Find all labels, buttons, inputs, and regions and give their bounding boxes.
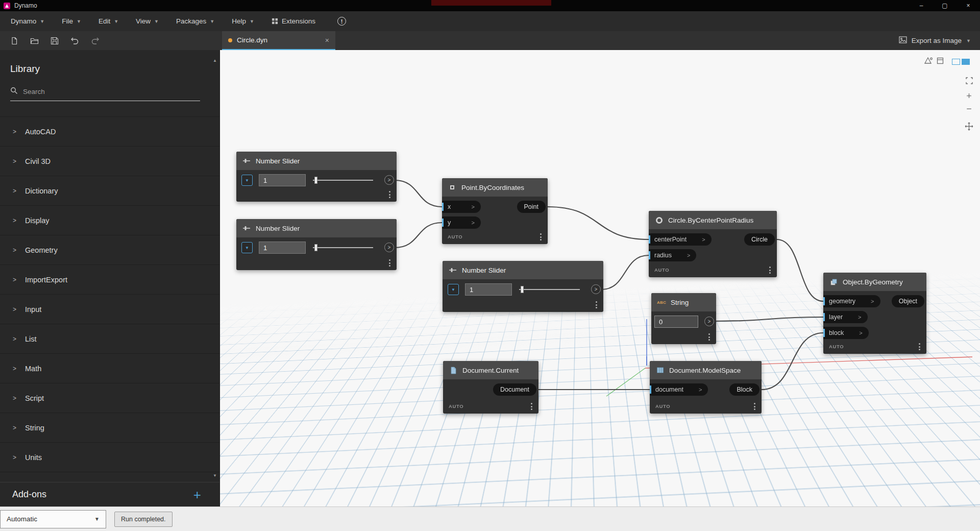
port-out-icon[interactable]: >: [384, 175, 394, 185]
port-in-layer[interactable]: layer>: [823, 311, 868, 323]
slider-track[interactable]: [313, 247, 373, 248]
pan-icon[interactable]: [965, 122, 973, 133]
node-menu-kebab-icon[interactable]: [919, 343, 920, 350]
node-document-modelspace[interactable]: Document.ModelSpacedocument>BlockAUTO: [650, 361, 762, 414]
node-menu-kebab-icon[interactable]: [531, 403, 532, 410]
sidebar-item-importexport[interactable]: >ImportExport: [0, 265, 219, 295]
lacing-label[interactable]: AUTO: [448, 234, 462, 239]
close-button[interactable]: ×: [957, 0, 980, 11]
node-header[interactable]: ABCString: [651, 293, 716, 311]
notification-icon[interactable]: !: [337, 17, 346, 26]
sidebar-item-math[interactable]: >Math: [0, 354, 219, 383]
node-string[interactable]: ABCString>: [651, 293, 716, 344]
slider-thumb[interactable]: [521, 286, 524, 293]
port-in-document[interactable]: document>: [650, 383, 708, 396]
node-header[interactable]: Circle.ByCenterPointRadius: [649, 211, 777, 229]
node-header[interactable]: Point.ByCoordinates: [442, 178, 548, 197]
node-object-bygeometry[interactable]: Object.ByGeometrygeometry>layer>block>Ob…: [823, 273, 926, 354]
node-header[interactable]: Document.Current: [443, 361, 538, 379]
maximize-button[interactable]: ▢: [933, 0, 957, 11]
slider-dropdown-button[interactable]: ▼: [241, 175, 253, 186]
workspace-canvas[interactable]: Number Slider▼>Number Slider▼>Point.ByCo…: [220, 50, 980, 506]
node-circle-bycenterpointradius[interactable]: Circle.ByCenterPointRadiuscenterPoint>ra…: [649, 211, 777, 277]
slider-value-input[interactable]: [259, 242, 306, 254]
save-button[interactable]: [51, 37, 59, 45]
background-preview-toggle[interactable]: [952, 59, 970, 65]
lacing-label[interactable]: AUTO: [449, 403, 463, 409]
slider-track[interactable]: [313, 180, 373, 181]
port-out-Point[interactable]: Point: [517, 201, 546, 213]
node-document-current[interactable]: Document.CurrentDocumentAUTO: [443, 361, 538, 414]
port-out-Object[interactable]: Object: [892, 295, 924, 307]
fit-view-icon[interactable]: [965, 77, 973, 87]
undo-button[interactable]: [70, 37, 79, 44]
zoom-out-button[interactable]: −: [966, 105, 972, 112]
port-out-Block[interactable]: Block: [729, 383, 760, 396]
node-menu-kebab-icon[interactable]: [540, 233, 542, 240]
export-as-image-button[interactable]: Export as Image ▼: [899, 36, 971, 45]
slider-value-input[interactable]: [259, 174, 306, 186]
slider-dropdown-button[interactable]: ▼: [241, 242, 253, 253]
node-number-slider-y[interactable]: Number Slider▼>: [236, 219, 397, 270]
port-in-geometry[interactable]: geometry>: [823, 295, 880, 307]
node-header[interactable]: Object.ByGeometry: [823, 273, 926, 291]
slider-thumb[interactable]: [314, 177, 317, 184]
menu-view[interactable]: View▼: [127, 11, 167, 31]
node-menu-kebab-icon[interactable]: [708, 333, 710, 341]
port-out-Circle[interactable]: Circle: [744, 233, 775, 246]
search-input[interactable]: [23, 88, 176, 95]
graph-view-toggle-icon[interactable]: [952, 59, 960, 65]
node-menu-kebab-icon[interactable]: [769, 267, 771, 274]
node-number-slider-radius[interactable]: Number Slider▼>: [443, 261, 603, 312]
node-menu-kebab-icon[interactable]: [596, 301, 597, 308]
addons-section[interactable]: Add-ons +: [0, 482, 219, 506]
redo-button[interactable]: [91, 37, 100, 44]
scroll-down-icon[interactable]: ▼: [213, 473, 217, 478]
lacing-label[interactable]: AUTO: [829, 344, 844, 349]
minimize-button[interactable]: –: [910, 0, 933, 11]
sidebar-item-string[interactable]: >String: [0, 413, 219, 443]
background-3d-toggle-icon[interactable]: [962, 59, 970, 65]
node-menu-kebab-icon[interactable]: [754, 403, 755, 410]
sidebar-item-geometry[interactable]: >Geometry: [0, 235, 219, 265]
menu-packages[interactable]: Packages▼: [167, 11, 223, 31]
sidebar-item-autocad[interactable]: >AutoCAD: [0, 117, 219, 147]
run-mode-select[interactable]: Automatic ▼: [0, 510, 106, 528]
node-header[interactable]: Number Slider: [236, 152, 397, 170]
library-search[interactable]: [10, 87, 200, 101]
node-number-slider-x[interactable]: Number Slider▼>: [236, 152, 397, 202]
menu-dynamo[interactable]: Dynamo▼: [2, 11, 53, 31]
sidebar-item-dictionary[interactable]: >Dictionary: [0, 176, 219, 206]
port-in-centerPoint[interactable]: centerPoint>: [649, 233, 712, 246]
node-menu-kebab-icon[interactable]: [389, 259, 390, 267]
sidebar-item-units[interactable]: >Units: [0, 443, 219, 472]
port-in-block[interactable]: block>: [823, 327, 869, 339]
menu-edit[interactable]: Edit▼: [90, 11, 127, 31]
port-out-Document[interactable]: Document: [493, 383, 536, 396]
zoom-in-button[interactable]: +: [966, 92, 972, 100]
port-in-x[interactable]: x>: [442, 201, 481, 213]
tab-circle-dyn[interactable]: Circle.dyn ×: [222, 31, 335, 50]
graph-view-icon[interactable]: [937, 57, 944, 66]
sidebar-item-list[interactable]: >List: [0, 324, 219, 354]
node-menu-kebab-icon[interactable]: [389, 191, 390, 198]
tab-close-icon[interactable]: ×: [325, 36, 329, 44]
scroll-up-icon[interactable]: ▲: [213, 58, 217, 63]
node-point-bycoordinates[interactable]: Point.ByCoordinatesx>y>PointAUTO: [442, 178, 548, 244]
new-file-button[interactable]: [10, 37, 18, 45]
sidebar-item-input[interactable]: >Input: [0, 295, 219, 324]
port-out-icon[interactable]: >: [704, 317, 714, 326]
slider-value-input[interactable]: [465, 283, 512, 296]
menu-extensions[interactable]: Extensions: [263, 11, 324, 31]
sidebar-item-display[interactable]: >Display: [0, 206, 219, 235]
slider-track[interactable]: [519, 289, 580, 290]
add-package-button[interactable]: +: [193, 488, 201, 501]
node-header[interactable]: Number Slider: [443, 261, 603, 279]
menu-help[interactable]: Help▼: [223, 11, 263, 31]
port-in-radius[interactable]: radius>: [649, 249, 696, 261]
node-header[interactable]: Number Slider: [236, 219, 397, 237]
sidebar-item-civil-3d[interactable]: >Civil 3D: [0, 147, 219, 176]
port-out-icon[interactable]: >: [591, 284, 601, 294]
slider-dropdown-button[interactable]: ▼: [448, 284, 459, 295]
port-in-y[interactable]: y>: [442, 216, 481, 229]
